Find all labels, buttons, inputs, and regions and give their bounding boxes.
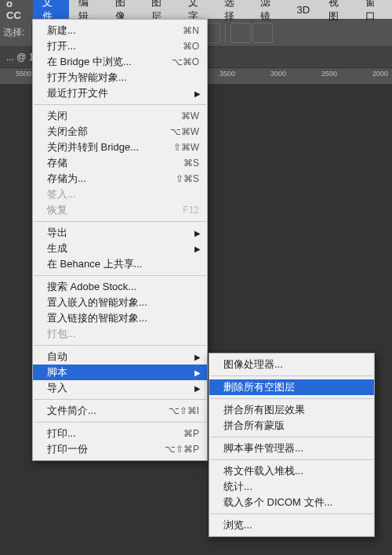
- menu-separator: [34, 104, 206, 105]
- menu-separator: [34, 422, 206, 423]
- file_menu-item[interactable]: 在 Bridge 中浏览...⌥⌘O: [33, 54, 207, 70]
- menu-item-label: 载入多个 DICOM 文件...: [223, 495, 366, 510]
- script_menu-item[interactable]: 图像处理器...: [209, 357, 374, 372]
- script_menu-item[interactable]: 将文件载入堆栈...: [209, 463, 374, 479]
- ruler-tick: 3500: [220, 70, 235, 78]
- script_menu-item[interactable]: 拼合所有蒙版: [209, 418, 374, 433]
- menu-separator: [210, 437, 373, 437]
- menu-shortcut: F12: [183, 205, 199, 216]
- menu-item-label: 图像处理器...: [223, 357, 366, 372]
- menu-item-label: 置入链接的智能对象...: [47, 311, 199, 325]
- file_menu-item: 签入...: [33, 187, 207, 202]
- menu-item-label: 打开为智能对象...: [47, 71, 199, 85]
- menu-item-label: 签入...: [47, 187, 199, 201]
- file_menu-item[interactable]: 导出▶: [33, 225, 207, 241]
- file_menu-item[interactable]: 文件简介...⌥⇧⌘I: [33, 403, 207, 419]
- script_menu-item[interactable]: 载入多个 DICOM 文件...: [209, 495, 374, 510]
- menu-shortcut: ⌘S: [183, 158, 199, 169]
- menu-item-label: 新建...: [47, 24, 183, 38]
- menu-separator: [34, 399, 206, 400]
- menu-item-label: 统计...: [223, 480, 366, 494]
- menu-separator: [34, 221, 206, 222]
- menu-window[interactable]: 窗口: [356, 0, 392, 27]
- menu-item-label: 存储为...: [47, 172, 176, 186]
- menu-item-label: 拼合所有图层效果: [223, 403, 366, 417]
- tool-slot[interactable]: [252, 23, 273, 43]
- menu-shortcut: ⇧⌘S: [176, 173, 199, 184]
- submenu-arrow-icon: ▶: [194, 384, 201, 393]
- script_menu-item[interactable]: 删除所有空图层: [209, 379, 374, 395]
- submenu-arrow-icon: ▶: [194, 368, 201, 377]
- file_menu-item[interactable]: 打印...⌘P: [33, 426, 207, 441]
- menu-item-label: 浏览...: [223, 518, 366, 532]
- file_menu-item[interactable]: 自动▶: [33, 349, 207, 365]
- menu-item-label: 导入: [47, 381, 199, 395]
- submenu-arrow-icon: ▶: [194, 89, 201, 98]
- file_menu-item: 恢复F12: [33, 202, 207, 218]
- menu-item-label: 打开...: [47, 39, 183, 53]
- menu-item-label: 打印...: [47, 426, 183, 441]
- menu-shortcut: ⌘W: [181, 111, 199, 122]
- menu-item-label: 关闭全部: [47, 125, 170, 139]
- file_menu-item[interactable]: 存储为...⇧⌘S: [33, 171, 207, 187]
- menu-3d[interactable]: 3D: [288, 1, 320, 19]
- menu-item-label: 在 Behance 上共享...: [47, 257, 199, 271]
- submenu-arrow-icon: ▶: [194, 229, 201, 238]
- script_menu-item[interactable]: 统计...: [209, 479, 374, 495]
- file_menu-item[interactable]: 存储⌘S: [33, 155, 207, 171]
- menu-item-label: 打包...: [47, 327, 199, 341]
- menu-shortcut: ⌥⌘O: [172, 56, 199, 67]
- file_menu-item[interactable]: 置入嵌入的智能对象...: [33, 295, 207, 310]
- ruler-tick: 5500: [16, 70, 31, 78]
- file_menu-item[interactable]: 搜索 Adobe Stock...: [33, 279, 207, 295]
- menu-item-label: 导出: [47, 226, 199, 240]
- script_menu-item[interactable]: 浏览...: [209, 517, 374, 533]
- menu-separator: [210, 513, 373, 514]
- menu-item-label: 关闭并转到 Bridge...: [47, 140, 173, 154]
- menu-item-label: 恢复: [47, 203, 183, 217]
- menu-item-label: 文件简介...: [47, 404, 169, 418]
- app-name: o CC: [0, 0, 33, 24]
- tool-slot[interactable]: [230, 23, 251, 43]
- menu-item-label: 生成: [47, 241, 199, 256]
- file_menu-item[interactable]: 新建...⌘N: [33, 23, 207, 38]
- menu-item-label: 关闭: [47, 109, 181, 123]
- file_menu-item[interactable]: 关闭⌘W: [33, 108, 207, 124]
- menu-item-label: 最近打开文件: [47, 86, 199, 100]
- file_menu-item[interactable]: 打开为智能对象...: [33, 70, 207, 85]
- file_menu-item[interactable]: 置入链接的智能对象...: [33, 310, 207, 326]
- file_menu-item[interactable]: 关闭全部⌥⌘W: [33, 124, 207, 140]
- menu-separator: [210, 375, 373, 376]
- menu-separator: [34, 345, 206, 346]
- file_menu-item[interactable]: 脚本▶: [33, 365, 207, 380]
- ruler-tick: 2500: [321, 70, 337, 78]
- menu-view[interactable]: 视图: [319, 0, 355, 27]
- file_menu-item[interactable]: 打开...⌘O: [33, 38, 207, 54]
- menu-item-label: 搜索 Adobe Stock...: [47, 280, 199, 294]
- script_menu-item[interactable]: 拼合所有图层效果: [209, 402, 374, 418]
- ruler-tick: 2000: [372, 70, 388, 78]
- toolbar-separator: [225, 24, 226, 42]
- file_menu-item: 打包...: [33, 326, 207, 342]
- menu-item-label: 脚本: [47, 365, 199, 379]
- file_menu-item[interactable]: 生成▶: [33, 241, 207, 256]
- menu-item-label: 自动: [47, 350, 199, 364]
- menu-shortcut: ⌥⇧⌘P: [165, 444, 199, 455]
- menu-item-label: 删除所有空图层: [223, 380, 366, 394]
- menu-separator: [210, 459, 373, 460]
- file_menu-item[interactable]: 在 Behance 上共享...: [33, 256, 207, 272]
- menu-item-label: 拼合所有蒙版: [223, 419, 366, 433]
- script-submenu: 图像处理器...删除所有空图层拼合所有图层效果拼合所有蒙版脚本事件管理器...将…: [209, 353, 375, 537]
- menu-item-label: 将文件载入堆栈...: [223, 464, 366, 478]
- file_menu-item[interactable]: 最近打开文件▶: [33, 85, 207, 101]
- submenu-arrow-icon: ▶: [194, 353, 201, 361]
- menu-item-label: 脚本事件管理器...: [223, 441, 366, 455]
- menu-separator: [210, 398, 373, 399]
- script_menu-item[interactable]: 脚本事件管理器...: [209, 441, 374, 456]
- file_menu-item[interactable]: 关闭并转到 Bridge...⇧⌘W: [33, 140, 207, 155]
- select-label: 选择:: [3, 26, 24, 39]
- menu-separator: [34, 275, 206, 276]
- file_menu-item[interactable]: 打印一份⌥⇧⌘P: [33, 441, 207, 457]
- menu-shortcut: ⇧⌘W: [173, 142, 199, 153]
- file_menu-item[interactable]: 导入▶: [33, 380, 207, 396]
